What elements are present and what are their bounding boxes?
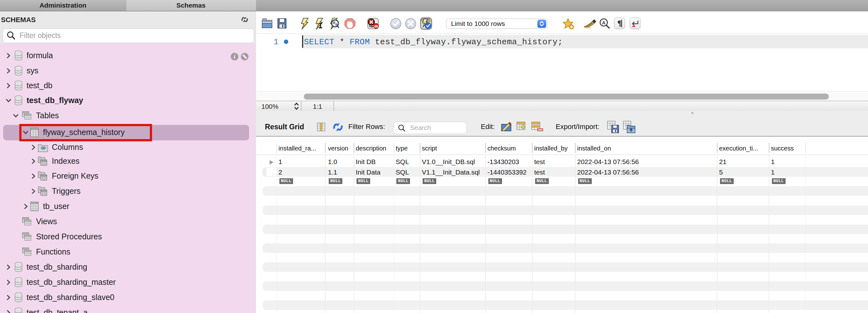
svg-text:i: i [234,54,235,60]
svg-text:¶: ¶ [617,19,622,28]
svg-text:A: A [602,20,606,25]
